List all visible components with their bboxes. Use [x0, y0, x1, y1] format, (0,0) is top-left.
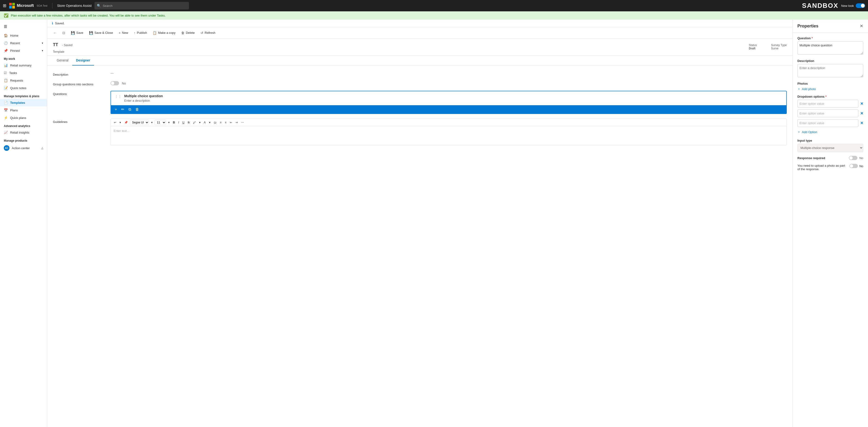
- more-button[interactable]: ⋯: [240, 120, 245, 125]
- sidebar-recent-label: Recent: [10, 41, 20, 45]
- numbered-list-button[interactable]: ≡: [224, 120, 228, 125]
- sidebar-item-action-center[interactable]: AC Action center △: [0, 143, 47, 153]
- sidebar-item-retail-insights[interactable]: 📈 Retail insights: [0, 129, 47, 136]
- response-required-toggle[interactable]: [849, 156, 857, 160]
- indent-left-button[interactable]: ⇐: [229, 120, 234, 125]
- sidebar-retail-summary-label: Retail summary: [10, 64, 31, 67]
- save-icon: 💾: [71, 31, 75, 35]
- highlight-dropdown-button[interactable]: ▾: [198, 120, 202, 125]
- action-center-initials: AC: [4, 145, 9, 151]
- option-input-3[interactable]: [797, 119, 858, 127]
- questions-label: Questions: [53, 91, 105, 96]
- sidebar-item-templates[interactable]: 📄 Templates: [0, 99, 47, 106]
- sidebar-item-plans[interactable]: 📅 Plans: [0, 106, 47, 114]
- expand-button[interactable]: ⊡: [60, 30, 67, 36]
- description-label: Description: [53, 72, 105, 76]
- remove-option-2-button[interactable]: ✕: [860, 111, 863, 116]
- sidebar-retail-insights-label: Retail insights: [10, 131, 29, 134]
- highlight-button[interactable]: 🖊: [192, 120, 197, 125]
- sidebar-plans-label: Plans: [10, 109, 18, 112]
- upload-photo-toggle[interactable]: [849, 164, 858, 168]
- delete-icon: 🗑: [181, 31, 184, 35]
- underline-button[interactable]: U: [181, 120, 186, 125]
- tasks-icon: ☑: [4, 71, 7, 75]
- font-color-button[interactable]: A: [203, 120, 207, 125]
- sidebar-item-retail-summary[interactable]: 📊 Retail summary: [0, 61, 47, 69]
- editor-text-area[interactable]: Enter text...: [111, 126, 786, 145]
- status-key-label: Status: [749, 44, 757, 47]
- option-input-1[interactable]: [797, 100, 858, 108]
- sidebar-item-tasks[interactable]: ☑ Tasks: [0, 69, 47, 77]
- copy-button[interactable]: 📋 Make a copy: [150, 30, 178, 36]
- sidebar-item-recent[interactable]: 🕐 Recent ▾: [0, 39, 47, 47]
- remove-option-1-button[interactable]: ✕: [860, 102, 863, 106]
- undo-button[interactable]: ↩: [113, 120, 117, 125]
- home-icon: 🏠: [4, 34, 8, 37]
- dropdown-required-star: *: [825, 95, 827, 98]
- question-delete-button[interactable]: 🗑: [133, 106, 141, 113]
- option-row-1: ✕: [797, 100, 863, 108]
- italic-button[interactable]: I: [177, 120, 180, 125]
- search-bar[interactable]: 🔍: [94, 2, 189, 9]
- sidebar-item-quick-notes[interactable]: 📝 Quick notes: [0, 84, 47, 92]
- upload-photo-section: You need to upload a photo as part of th…: [797, 164, 863, 171]
- sidebar-pinned-label: Pinned: [10, 49, 20, 53]
- font-size-select[interactable]: 11: [155, 120, 166, 125]
- option-input-2[interactable]: [797, 110, 858, 117]
- font-select[interactable]: Segoe UI: [130, 120, 149, 125]
- response-required-row: Response required No: [797, 156, 863, 160]
- grid-icon[interactable]: ⊞: [3, 3, 6, 8]
- question-edit-button[interactable]: ✏: [119, 106, 126, 113]
- remove-option-3-button[interactable]: ✕: [860, 121, 863, 125]
- question-add-button[interactable]: +: [113, 106, 119, 113]
- bullet-list-button[interactable]: ≡: [219, 120, 223, 125]
- group-questions-value: No: [111, 81, 787, 85]
- sidebar-requests-label: Requests: [10, 79, 23, 82]
- font-size-dropdown-button[interactable]: ▾: [167, 120, 171, 125]
- search-input[interactable]: [103, 4, 187, 7]
- sidebar-item-pinned[interactable]: 📌 Pinned ▾: [0, 47, 47, 54]
- input-type-property: Input type Multiple-choice response: [797, 139, 863, 152]
- question-copy-button[interactable]: ⧉: [127, 106, 133, 113]
- sidebar-item-home[interactable]: 🏠 Home: [0, 32, 47, 39]
- hamburger-icon[interactable]: ☰: [0, 22, 47, 32]
- new-look-label: New look: [841, 4, 854, 7]
- font-dropdown-button[interactable]: ▾: [150, 120, 154, 125]
- back-button[interactable]: ←: [51, 30, 59, 36]
- refresh-icon: ↺: [200, 31, 204, 35]
- question-textarea[interactable]: Multiple choice question: [797, 41, 863, 55]
- sidebar-item-quick-plans[interactable]: ⚡ Quick plans: [0, 114, 47, 121]
- drag-handle-icon[interactable]: ⋮⋮: [115, 94, 121, 98]
- pin-button[interactable]: 📌: [123, 120, 129, 125]
- clear-format-button[interactable]: 🗂: [213, 120, 218, 125]
- new-look-toggle[interactable]: [856, 3, 865, 8]
- add-photo-label: Add photo: [802, 87, 816, 91]
- retail-summary-icon: 📊: [4, 63, 8, 67]
- strikethrough-button[interactable]: S: [187, 120, 191, 125]
- save-close-button[interactable]: 💾 Save & Close: [87, 30, 116, 36]
- add-photo-button[interactable]: ＋ Add photo: [797, 87, 816, 91]
- font-color-dropdown-button[interactable]: ▾: [208, 120, 212, 125]
- templates-icon: 📄: [4, 101, 8, 105]
- sidebar-tasks-label: Tasks: [9, 71, 17, 75]
- undo-dropdown-button[interactable]: ▾: [118, 120, 122, 125]
- add-option-button[interactable]: ＋ Add Option: [797, 129, 817, 135]
- sidebar-item-requests[interactable]: 📋 Requests: [0, 77, 47, 84]
- indent-right-button[interactable]: ⇒: [234, 120, 239, 125]
- save-button[interactable]: 💾 Save: [68, 30, 86, 36]
- tab-designer[interactable]: Designer: [72, 56, 94, 65]
- action-center-expand-icon: △: [41, 147, 43, 150]
- panel-close-button[interactable]: ✕: [860, 23, 863, 29]
- doc-saved-status: - Saved: [62, 43, 72, 47]
- question-prop-label: Question *: [797, 36, 863, 40]
- bold-button[interactable]: B: [172, 120, 176, 125]
- delete-button[interactable]: 🗑 Delete: [179, 30, 197, 36]
- tab-general[interactable]: General: [53, 56, 72, 65]
- refresh-button[interactable]: ↺ Refresh: [198, 30, 218, 36]
- publish-button[interactable]: ↑ Publish: [131, 30, 150, 36]
- group-questions-toggle[interactable]: [111, 81, 119, 85]
- input-type-select[interactable]: Multiple-choice response: [797, 144, 863, 152]
- new-button[interactable]: + New: [116, 30, 130, 36]
- option-row-3: ✕: [797, 119, 863, 127]
- description-textarea[interactable]: [797, 64, 863, 77]
